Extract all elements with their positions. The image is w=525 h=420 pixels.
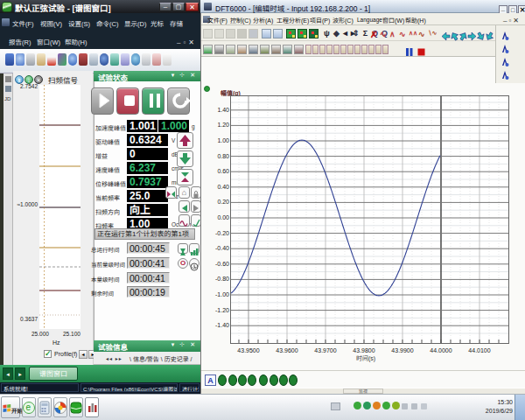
svg-text:e: e: [26, 402, 32, 412]
